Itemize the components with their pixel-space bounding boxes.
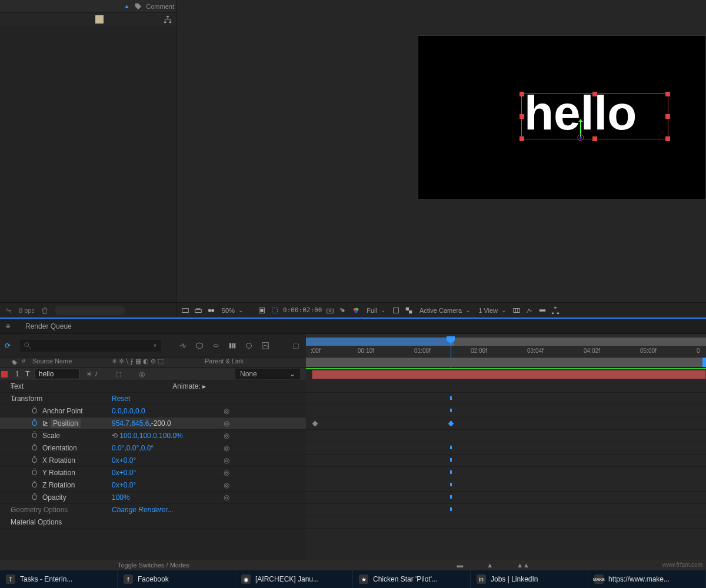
zoom-handle[interactable]: ▲: [487, 562, 493, 569]
project-item-row[interactable]: [0, 13, 176, 26]
graph-editor-icon[interactable]: [260, 340, 271, 351]
geometry-options-row[interactable]: ›Geometry Options Change Renderer...: [0, 504, 306, 516]
label-icon[interactable]: [134, 2, 142, 11]
current-time[interactable]: 0:00:02:00: [283, 306, 322, 314]
scale-value[interactable]: 100.0,100.0,100.0: [119, 432, 176, 440]
composition-viewer[interactable]: hello: [177, 0, 706, 302]
time-ruler[interactable]: :00f 00:10f 01:08f 02:06f 03:04f 04:02f …: [306, 334, 706, 357]
fast-previews-icon[interactable]: [525, 306, 534, 315]
draft-3d-icon[interactable]: [194, 340, 205, 351]
expression-pickwhip-icon[interactable]: ◎: [224, 481, 229, 489]
link-icon[interactable]: ⟲: [112, 432, 118, 440]
yrot-degrees[interactable]: +0.0°: [119, 469, 136, 477]
interpret-footage-icon[interactable]: [5, 306, 13, 315]
stopwatch-icon[interactable]: Ŏ: [32, 444, 40, 452]
stopwatch-icon[interactable]: Ŏ: [32, 469, 40, 477]
selection-bounding-box[interactable]: [521, 93, 668, 139]
shy-icon[interactable]: [211, 340, 221, 351]
trash-icon[interactable]: [41, 306, 49, 315]
timeline-zoom-slider[interactable]: ▬ ▲ ▲▲: [457, 562, 530, 569]
resize-handle[interactable]: [592, 136, 597, 141]
zoom-in-icon[interactable]: ▲▲: [517, 562, 530, 569]
toggle-switches-button[interactable]: Toggle Switches / Modes: [118, 562, 189, 569]
stopwatch-icon[interactable]: Ŏ: [32, 493, 40, 502]
taskbar-item[interactable]: ★Chicken Star 'Pilot'...: [353, 570, 471, 588]
panel-menu-icon[interactable]: ≡: [6, 322, 10, 330]
timeline-icon[interactable]: [538, 306, 547, 315]
flowchart-icon[interactable]: [164, 15, 172, 24]
stopwatch-icon[interactable]: Ŏ: [32, 432, 40, 440]
material-options-row[interactable]: ›Material Options: [0, 516, 306, 529]
text-group-row[interactable]: ›Text Animate: ▸: [0, 380, 306, 393]
label-color-swatch[interactable]: [95, 15, 104, 24]
expression-pickwhip-icon[interactable]: ◎: [224, 493, 229, 502]
resize-handle[interactable]: [665, 92, 670, 96]
resolution-dropdown[interactable]: Full: [364, 307, 388, 314]
taskbar-item[interactable]: inJobs | LinkedIn: [471, 570, 588, 588]
transparency-grid-icon[interactable]: [404, 306, 414, 315]
stopwatch-icon[interactable]: Ŏ: [32, 407, 40, 415]
taskbar-item[interactable]: fFacebook: [118, 570, 235, 588]
zoom-dropdown[interactable]: 50%: [219, 307, 245, 314]
position-x-value[interactable]: 954.7: [112, 419, 129, 427]
chevron-right-icon[interactable]: ›: [0, 518, 11, 526]
resize-handle[interactable]: [519, 136, 524, 141]
comp-mini-flowchart-icon[interactable]: [178, 340, 188, 351]
magnification-icon[interactable]: [181, 306, 190, 315]
animate-arrow-icon[interactable]: ▸: [202, 382, 206, 390]
timeline-search[interactable]: ▼: [20, 340, 161, 352]
resize-handle[interactable]: [592, 92, 597, 96]
composition-canvas[interactable]: hello: [418, 35, 706, 200]
chevron-down-icon[interactable]: ⌄: [0, 395, 11, 403]
flowchart-icon[interactable]: [551, 306, 560, 315]
resize-handle[interactable]: [519, 92, 524, 96]
expression-pickwhip-icon[interactable]: ◎: [224, 407, 229, 415]
change-renderer-link[interactable]: Change Renderer...: [112, 506, 174, 514]
frame-blend-icon[interactable]: [227, 340, 238, 351]
source-name-column[interactable]: Source Name: [29, 358, 108, 368]
xrot-turns[interactable]: 0x: [112, 456, 119, 465]
taskbar-item[interactable]: MAKEhttps://www.make...: [588, 570, 706, 588]
expression-pickwhip-icon[interactable]: ◎: [224, 432, 229, 440]
chevron-right-icon[interactable]: ›: [0, 506, 11, 514]
label-column-icon[interactable]: [11, 358, 18, 368]
xrot-degrees[interactable]: +0.0°: [119, 456, 136, 465]
anchor-point-gizmo[interactable]: [577, 133, 585, 142]
collapse-icon[interactable]: ▲: [124, 3, 129, 9]
chevron-right-icon[interactable]: ›: [0, 382, 11, 390]
motion-blur-icon[interactable]: [244, 340, 254, 351]
resize-handle[interactable]: [665, 114, 670, 119]
camera-dropdown[interactable]: Active Camera: [417, 307, 472, 314]
grid-icon[interactable]: [194, 306, 203, 315]
playhead[interactable]: [447, 336, 455, 357]
expression-pickwhip-icon[interactable]: ◎: [224, 469, 229, 477]
snapshot-icon[interactable]: [325, 306, 335, 315]
transform-group-row[interactable]: ⌄Transform Reset: [0, 393, 306, 405]
resize-handle[interactable]: [665, 136, 670, 141]
animate-menu[interactable]: Animate:: [172, 382, 200, 390]
layer-row[interactable]: 1 T hello ✳ / ⬚ ◎ None⌄: [0, 368, 306, 380]
taskbar-item[interactable]: TTasks - Enterin...: [0, 570, 118, 588]
search-slot[interactable]: [55, 306, 125, 315]
zoom-out-icon[interactable]: ▬: [457, 562, 463, 569]
timeline-tracks[interactable]: [306, 368, 706, 560]
resize-handle[interactable]: [519, 114, 524, 119]
stopwatch-icon[interactable]: Ŏ: [32, 456, 40, 465]
zrot-degrees[interactable]: +0.0°: [119, 481, 136, 489]
roi-toggle-icon[interactable]: [391, 306, 401, 315]
orientation-value[interactable]: 0.0°,0.0°,0.0°: [112, 444, 154, 452]
label-color[interactable]: [1, 371, 8, 377]
expression-pickwhip-icon[interactable]: ◎: [224, 456, 229, 465]
taskbar-item[interactable]: ◉[AIRCHECK] Janu...: [235, 570, 353, 588]
layer-duration-bar[interactable]: [312, 370, 706, 379]
snap-icon[interactable]: [291, 340, 301, 351]
stopwatch-icon[interactable]: Ŏ: [32, 481, 40, 489]
channel-icon[interactable]: [257, 306, 267, 315]
pixel-aspect-icon[interactable]: [512, 306, 521, 315]
bit-depth-label[interactable]: 8 bpc: [19, 307, 35, 314]
text-layer-preview[interactable]: hello: [524, 89, 637, 137]
position-z-value[interactable]: -200.0: [151, 419, 171, 427]
views-dropdown[interactable]: 1 View: [476, 307, 508, 314]
parent-dropdown[interactable]: None⌄: [235, 369, 300, 379]
zrot-turns[interactable]: 0x: [112, 481, 119, 489]
